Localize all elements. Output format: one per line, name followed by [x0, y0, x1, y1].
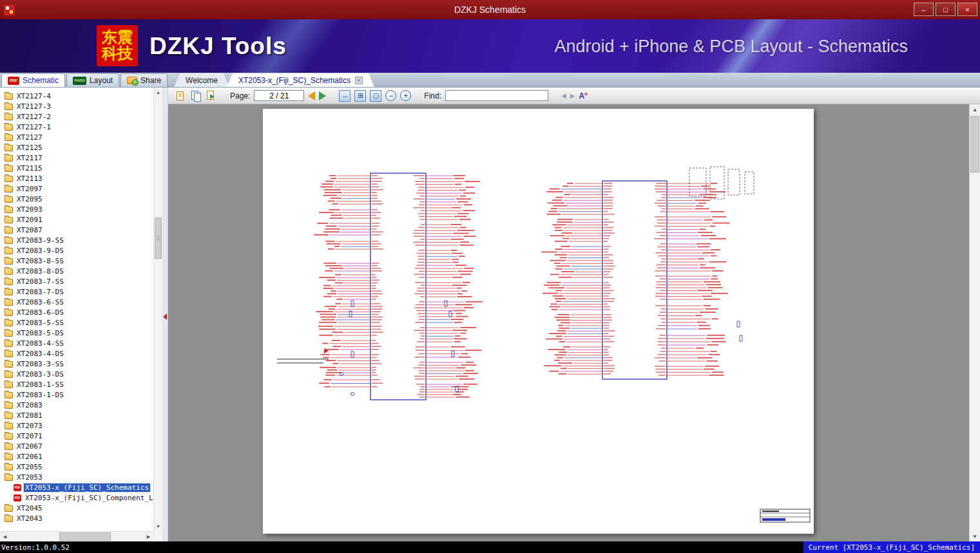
- tree-item[interactable]: XT2115: [0, 163, 153, 173]
- tree-item[interactable]: XT2125: [0, 142, 153, 153]
- tree-item[interactable]: XT2087: [0, 225, 153, 235]
- tree-item[interactable]: XT2113: [0, 173, 153, 183]
- tree-item[interactable]: XT2097: [0, 183, 153, 194]
- find-next-icon[interactable]: ▶: [570, 92, 575, 99]
- tree-item[interactable]: XT2043: [0, 513, 153, 523]
- scrollbar-thumb[interactable]: [970, 116, 979, 173]
- tree-item[interactable]: XT2083-3-DS: [0, 369, 153, 379]
- tree-item[interactable]: XT2081: [0, 410, 153, 420]
- tab-layout[interactable]: PADSLayout: [66, 73, 119, 87]
- folder-icon: [5, 258, 13, 265]
- viewer-vertical-scrollbar: ▲ ▼: [969, 104, 980, 541]
- tree-item[interactable]: XT2083-5-SS: [0, 317, 153, 328]
- doc-tab-welcome[interactable]: Welcome: [174, 73, 229, 87]
- tree-item-label: XT2083-9-SS: [15, 236, 65, 245]
- tree-item-label: XT2061: [15, 453, 44, 461]
- tab-label: Layout: [90, 76, 113, 85]
- tree-item[interactable]: XT2083-6-DS: [0, 307, 153, 317]
- tree-item[interactable]: PDFXT2053-x_(Fiji_SC)_Component_Loc: [0, 492, 153, 503]
- tab-schematic[interactable]: PDFSchematic: [1, 73, 65, 87]
- folder-icon: [5, 464, 13, 471]
- tree-item[interactable]: XT2083-9-DS: [0, 245, 153, 256]
- tree-item[interactable]: XT2083-5-DS: [0, 328, 153, 338]
- tree-item[interactable]: XT2083-7-DS: [0, 286, 153, 297]
- tree-item[interactable]: XT2083-4-SS: [0, 338, 153, 348]
- tree-item[interactable]: XT2083-8-DS: [0, 266, 153, 276]
- app-name: DZKJ Tools: [149, 33, 287, 60]
- minimize-button[interactable]: –: [914, 3, 934, 16]
- schematic-page[interactable]: [263, 109, 814, 534]
- tree-item[interactable]: XT2055: [0, 462, 153, 472]
- tree-item[interactable]: XT2127-1: [0, 122, 153, 132]
- tree-item[interactable]: XT2083-8-SS: [0, 256, 153, 266]
- zoom-in-icon[interactable]: +: [400, 90, 411, 101]
- tree-item[interactable]: XT2083-1-SS: [0, 379, 153, 389]
- tree-item[interactable]: XT2127: [0, 132, 153, 142]
- tree-item[interactable]: XT2083-7-SS: [0, 276, 153, 286]
- tree-item-label: XT2083-6-SS: [15, 298, 65, 306]
- scroll-left-icon[interactable]: ◀: [0, 532, 10, 541]
- actual-size-icon[interactable]: ▢: [370, 90, 381, 102]
- scroll-down-icon[interactable]: ▼: [970, 531, 980, 541]
- tree-item[interactable]: XT2083-4-DS: [0, 348, 153, 359]
- find-previous-icon[interactable]: ◀: [561, 92, 566, 99]
- tree-item-label: XT2083-5-DS: [15, 329, 65, 337]
- tree-item[interactable]: XT2083-3-SS: [0, 359, 153, 369]
- tree-item[interactable]: XT2095: [0, 194, 153, 204]
- fit-width-icon[interactable]: ↔: [339, 90, 351, 102]
- tree-item[interactable]: XT2083-9-SS: [0, 235, 153, 245]
- tree-item[interactable]: XT2091: [0, 214, 153, 225]
- collapse-sidebar-icon[interactable]: [163, 314, 167, 320]
- banner-subtitle: Android + iPhone & PCB Layout - Schemati…: [554, 36, 908, 56]
- tree-item-label: XT2053-x_(Fiji_SC)_Schematics: [24, 483, 150, 492]
- tree-item[interactable]: XT2071: [0, 431, 153, 441]
- scroll-up-icon[interactable]: ▲: [970, 104, 980, 115]
- tree-item-label: XT2093: [15, 205, 44, 214]
- folder-icon: [5, 505, 13, 512]
- tree-item[interactable]: XT2083-6-SS: [0, 297, 153, 307]
- scrollbar-thumb[interactable]: [155, 218, 162, 259]
- tree-item[interactable]: XT2083-1-DS: [0, 389, 153, 400]
- folder-icon: [5, 310, 13, 316]
- tree-item[interactable]: PDFXT2053-x_(Fiji_SC)_Schematics: [0, 482, 153, 492]
- tree-item[interactable]: XT2083: [0, 400, 153, 410]
- maximize-button[interactable]: □: [936, 3, 956, 16]
- zoom-out-icon[interactable]: −: [385, 90, 396, 101]
- facing-pages-icon[interactable]: [190, 90, 202, 102]
- tree-item-label: XT2113: [15, 174, 44, 183]
- tab-strip: PDFSchematicPADSLayoutShare WelcomeXT205…: [0, 73, 980, 88]
- fit-page-icon[interactable]: ⊞: [354, 90, 366, 102]
- scroll-right-icon[interactable]: ▶: [144, 532, 153, 541]
- tree-item[interactable]: XT2061: [0, 451, 153, 462]
- sidebar-splitter[interactable]: [162, 88, 168, 541]
- tab-share[interactable]: Share: [120, 73, 168, 87]
- scrollbar-thumb[interactable]: [59, 532, 111, 541]
- schematic-drawing: [263, 109, 814, 534]
- folder-icon: [5, 361, 13, 368]
- match-case-icon[interactable]: Aa: [579, 91, 587, 100]
- scroll-up-icon[interactable]: ▲: [154, 88, 162, 97]
- tree-item[interactable]: XT2093: [0, 204, 153, 214]
- tree-item[interactable]: XT2045: [0, 503, 153, 513]
- folder-icon: [5, 444, 13, 450]
- tree-item[interactable]: XT2053: [0, 472, 153, 482]
- tree-item[interactable]: XT2127-2: [0, 111, 153, 122]
- previous-page-icon[interactable]: [308, 91, 315, 100]
- single-page-icon[interactable]: [175, 90, 186, 102]
- scroll-down-icon[interactable]: ▼: [154, 521, 162, 531]
- continuous-pages-icon[interactable]: [206, 90, 217, 102]
- tree-item[interactable]: XT2067: [0, 441, 153, 451]
- tree-item[interactable]: XT2073: [0, 420, 153, 431]
- next-page-icon[interactable]: [319, 91, 326, 100]
- page-label: Page:: [230, 91, 250, 100]
- tree-item-label: XT2127-4: [15, 92, 52, 100]
- close-button[interactable]: ×: [957, 3, 977, 16]
- tree-item[interactable]: XT2127-3: [0, 101, 153, 111]
- tree-item[interactable]: XT2117: [0, 153, 153, 163]
- tree-item-label: XT2083-4-SS: [15, 339, 65, 348]
- page-number-input[interactable]: [254, 90, 304, 101]
- tree-item[interactable]: XT2127-4: [0, 91, 153, 101]
- find-input[interactable]: [445, 90, 548, 101]
- close-tab-icon[interactable]: ×: [355, 77, 363, 84]
- doc-tab-xt2053-x-fiji-sc-schematics[interactable]: XT2053-x_(Fiji_SC)_Schematics×: [227, 73, 374, 87]
